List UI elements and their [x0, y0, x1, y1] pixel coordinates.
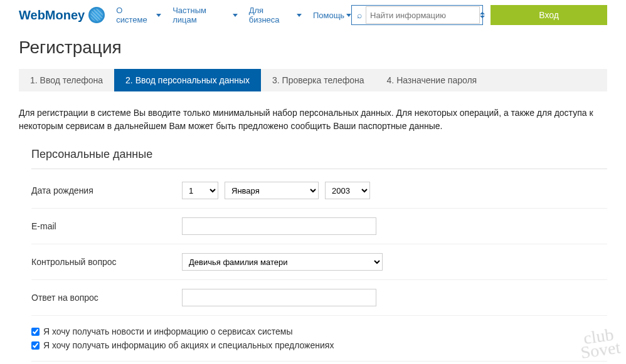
- check-news[interactable]: Я хочу получать новости и информацию о с…: [31, 325, 607, 338]
- chevron-down-icon: [297, 14, 302, 17]
- wizard-steps: 1. Ввод телефона 2. Ввод персональных да…: [19, 69, 607, 91]
- answer-input[interactable]: [182, 289, 376, 306]
- nav-business[interactable]: Для бизнеса: [249, 6, 302, 24]
- chevron-down-icon: [346, 14, 351, 17]
- login-button[interactable]: Вход: [491, 5, 607, 25]
- check-promo-box[interactable]: [31, 341, 40, 350]
- step-4[interactable]: 4. Назначение пароля: [376, 69, 489, 91]
- search-icon: ⌕: [357, 10, 362, 20]
- search-box[interactable]: ⌕: [351, 5, 483, 25]
- email-label: E-mail: [31, 221, 182, 231]
- form: Персональные данные Дата рождения 1 Янва…: [19, 148, 607, 364]
- nav-label: Помощь: [313, 11, 344, 20]
- dob-year-select[interactable]: 2003: [325, 182, 370, 199]
- updown-icon[interactable]: [480, 12, 485, 18]
- row-dob: Дата рождения 1 Января 2003: [31, 173, 607, 209]
- email-input[interactable]: [182, 217, 376, 235]
- header: WebMoney О системе Частным лицам Для биз…: [0, 0, 626, 33]
- main-nav: О системе Частным лицам Для бизнеса Помо…: [116, 6, 351, 24]
- question-label: Контрольный вопрос: [31, 257, 182, 267]
- nav-personal[interactable]: Частным лицам: [172, 6, 238, 24]
- nav-about[interactable]: О системе: [116, 6, 161, 24]
- step-2[interactable]: 2. Ввод персональных данных: [114, 69, 261, 91]
- chevron-down-icon: [233, 14, 238, 17]
- form-title: Персональные данные: [31, 148, 607, 169]
- check-promo[interactable]: Я хочу получать информацию об акциях и с…: [31, 338, 607, 352]
- step-3[interactable]: 3. Проверка телефона: [261, 69, 376, 91]
- checkboxes: Я хочу получать новости и информацию о с…: [31, 316, 607, 361]
- nav-help[interactable]: Помощь: [313, 6, 351, 24]
- nav-label: О системе: [116, 6, 154, 24]
- nav-label: Для бизнеса: [249, 6, 295, 24]
- logo[interactable]: WebMoney: [19, 7, 105, 23]
- intro-text: Для регистрации в системе Вы вводите тол…: [19, 107, 607, 133]
- check-news-label: Я хочу получать новости и информацию о с…: [43, 326, 293, 336]
- page-title: Регистрация: [19, 38, 607, 58]
- row-question: Контрольный вопрос Девичья фамилия матер…: [31, 244, 607, 280]
- button-row: Вернуться Продолжить: [31, 361, 607, 364]
- row-answer: Ответ на вопрос: [31, 280, 607, 316]
- chevron-down-icon: [156, 14, 161, 17]
- globe-icon: [88, 7, 105, 23]
- step-1[interactable]: 1. Ввод телефона: [19, 69, 114, 91]
- answer-label: Ответ на вопрос: [31, 293, 182, 303]
- check-promo-label: Я хочу получать информацию об акциях и с…: [43, 340, 334, 350]
- row-email: E-mail: [31, 209, 607, 244]
- check-news-box[interactable]: [31, 328, 40, 336]
- dob-day-select[interactable]: 1: [182, 182, 218, 199]
- search-input[interactable]: [366, 6, 480, 24]
- nav-label: Частным лицам: [172, 6, 231, 24]
- dob-label: Дата рождения: [31, 185, 182, 195]
- question-select[interactable]: Девичья фамилия матери: [182, 253, 383, 271]
- dob-month-select[interactable]: Января: [225, 182, 319, 199]
- logo-text: WebMoney: [19, 8, 85, 23]
